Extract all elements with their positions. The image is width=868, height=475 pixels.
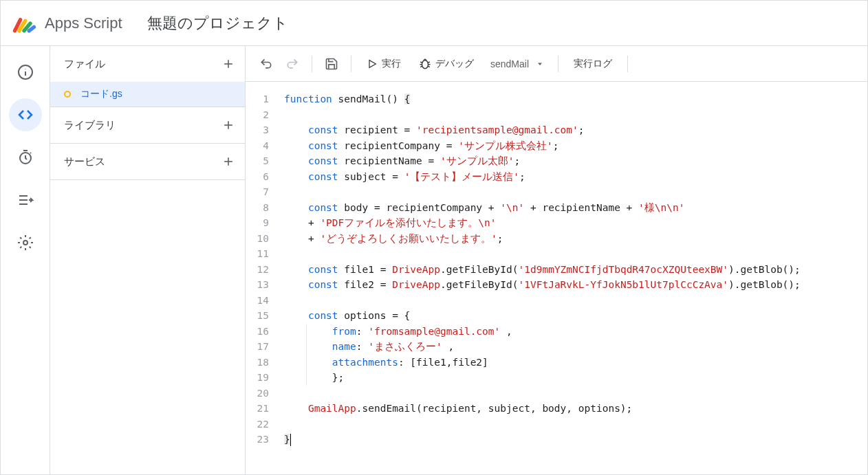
sidebar: ファイル コード.gs ライブラリ サービス: [50, 46, 246, 474]
services-label: サービス: [64, 155, 105, 168]
svg-marker-14: [369, 60, 376, 67]
debug-button[interactable]: デバッグ: [411, 52, 482, 76]
toolbar: 実行 デバッグ sendMail 実行ログ: [246, 46, 867, 82]
file-name: コード.gs: [80, 88, 122, 100]
add-library-button[interactable]: [220, 117, 237, 133]
libraries-label: ライブラリ: [64, 119, 116, 132]
undo-button[interactable]: [254, 52, 279, 76]
dropdown-icon: [536, 60, 544, 68]
toolbar-separator: [627, 56, 628, 72]
file-status-icon: [64, 91, 71, 98]
add-file-button[interactable]: [220, 56, 237, 72]
code-editor[interactable]: 1234567891011121314151617181920212223 fu…: [246, 82, 867, 474]
project-title[interactable]: 無題のプロジェクト: [147, 13, 288, 34]
add-service-button[interactable]: [220, 153, 237, 170]
redo-button[interactable]: [280, 52, 305, 76]
files-label: ファイル: [64, 58, 105, 71]
file-item-code[interactable]: コード.gs: [50, 82, 245, 107]
gutter: 1234567891011121314151617181920212223: [246, 91, 279, 474]
run-button[interactable]: 実行: [358, 52, 409, 76]
code-content[interactable]: function sendMail() { const recipient = …: [279, 91, 867, 474]
apps-script-logo-icon: [12, 11, 36, 36]
files-header: ファイル: [50, 46, 245, 82]
execution-log-button[interactable]: 実行ログ: [565, 52, 620, 76]
svg-marker-22: [538, 63, 542, 65]
editor: 実行 デバッグ sendMail 実行ログ 123456789101112131…: [246, 46, 867, 474]
save-button[interactable]: [319, 52, 344, 76]
rail-triggers[interactable]: [9, 141, 42, 174]
header: Apps Script 無題のプロジェクト: [1, 1, 867, 46]
rail-overview[interactable]: [9, 56, 42, 89]
rail-editor[interactable]: [9, 98, 42, 131]
libraries-header: ライブラリ: [50, 107, 245, 143]
toolbar-separator: [351, 56, 351, 72]
rail-settings[interactable]: [9, 226, 42, 259]
app-name: Apps Script: [45, 14, 122, 32]
svg-point-7: [23, 241, 28, 245]
toolbar-separator: [312, 56, 312, 72]
svg-point-15: [422, 60, 428, 68]
toolbar-separator: [558, 56, 558, 72]
rail-executions[interactable]: [9, 184, 42, 217]
services-header: サービス: [50, 144, 245, 179]
left-rail: [1, 46, 50, 474]
function-selector[interactable]: sendMail: [484, 58, 551, 69]
